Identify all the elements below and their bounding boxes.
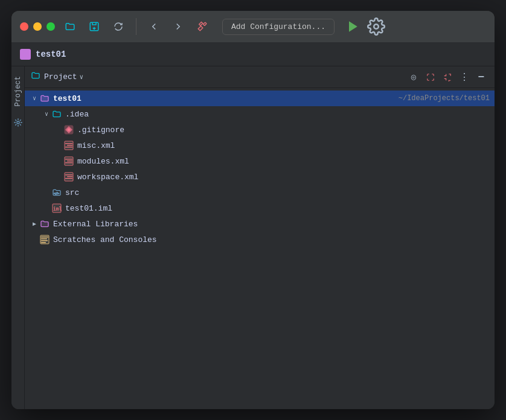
back-toolbar-btn[interactable] xyxy=(145,18,163,36)
svg-rect-27 xyxy=(41,240,48,241)
collapse-action-btn[interactable] xyxy=(440,70,455,84)
refresh-toolbar-btn[interactable] xyxy=(109,18,127,36)
svg-rect-25 xyxy=(41,237,48,238)
run-button[interactable] xyxy=(343,18,361,36)
icon-idea-folder xyxy=(51,109,62,119)
svg-rect-17 xyxy=(65,174,72,176)
svg-marker-1 xyxy=(349,21,357,32)
chevron-idea: ∨ xyxy=(42,109,51,119)
add-config-label: Add Configuration... xyxy=(231,22,325,31)
tree-item-gitignore[interactable]: ▶ .gitignore xyxy=(25,122,495,138)
test01-label: test01 xyxy=(53,94,394,103)
src-label: src xyxy=(65,188,490,197)
svg-rect-15 xyxy=(65,162,72,164)
misc-xml-label: misc.xml xyxy=(77,141,490,150)
external-libs-label: External Libraries xyxy=(53,220,490,229)
add-configuration-button[interactable]: Add Configuration... xyxy=(222,19,335,35)
svg-rect-4 xyxy=(41,97,48,101)
panel-title: Project xyxy=(44,72,77,81)
project-titlebar: test01 xyxy=(11,42,495,66)
icon-iml-file: iml xyxy=(51,203,62,214)
gitignore-label: .gitignore xyxy=(77,126,490,135)
panel-chevron[interactable]: ∨ xyxy=(80,73,84,81)
svg-rect-26 xyxy=(41,238,47,240)
tree-item-modules-xml[interactable]: ▶ modules.xml xyxy=(25,153,495,169)
titlebar: Add Configuration... xyxy=(11,11,495,42)
tree-item-test01-root[interactable]: ∨ test01 ~/IdeaProjects/test01 xyxy=(25,91,495,106)
file-tree: ∨ test01 ~/IdeaProjects/test01 ∨ xyxy=(25,88,495,409)
svg-rect-13 xyxy=(65,159,72,160)
svg-rect-18 xyxy=(67,176,72,177)
maven-tab-icon[interactable] xyxy=(11,116,25,129)
tree-item-src[interactable]: ▶ </> src xyxy=(25,185,495,200)
svg-rect-10 xyxy=(67,145,72,146)
svg-rect-9 xyxy=(65,143,72,144)
svg-point-3 xyxy=(17,121,19,124)
icon-scratches xyxy=(39,234,50,245)
more-action-btn[interactable]: ⋮ xyxy=(457,70,472,84)
forward-toolbar-btn[interactable] xyxy=(169,18,187,36)
modules-xml-label: modules.xml xyxy=(77,157,490,166)
icon-external-libs xyxy=(39,218,50,229)
hide-action-btn[interactable]: − xyxy=(474,70,488,84)
side-panel-tab[interactable]: Project xyxy=(11,66,25,409)
project-title: test01 xyxy=(36,49,66,59)
project-tab-label[interactable]: Project xyxy=(12,72,24,110)
expand-action-btn[interactable] xyxy=(423,70,438,84)
tree-item-iml[interactable]: ▶ iml test01.iml xyxy=(25,200,495,216)
scratches-label: Scratches and Consoles xyxy=(53,235,490,244)
idea-label: .idea xyxy=(65,110,490,119)
svg-rect-11 xyxy=(65,147,72,148)
svg-text:iml: iml xyxy=(53,206,62,212)
maximize-button[interactable] xyxy=(46,22,55,31)
icon-test01-folder xyxy=(39,93,50,104)
tree-item-scratches[interactable]: ▶ Scratches and Consoles xyxy=(25,232,495,247)
chevron-external: ▶ xyxy=(30,219,39,229)
icon-misc-xml xyxy=(63,140,74,151)
workspace-xml-label: workspace.xml xyxy=(77,173,490,182)
icon-gitignore xyxy=(63,124,74,135)
target-action-btn[interactable]: ◎ xyxy=(406,70,421,84)
tree-item-misc-xml[interactable]: ▶ misc.xml xyxy=(25,138,495,153)
svg-point-2 xyxy=(374,24,379,29)
iml-label: test01.iml xyxy=(65,204,490,213)
icon-src-folder: </> xyxy=(51,187,62,198)
icon-modules-xml xyxy=(63,156,74,167)
build-toolbar-btn[interactable] xyxy=(193,18,211,36)
minimize-button[interactable] xyxy=(33,22,42,31)
tree-item-external-libs[interactable]: ▶ External Libraries xyxy=(25,216,495,232)
icon-workspace-xml xyxy=(63,171,74,182)
save-toolbar-btn[interactable] xyxy=(85,18,103,36)
svg-rect-14 xyxy=(67,161,72,162)
panel-header: Project ∨ ◎ ⋮ − xyxy=(25,66,495,88)
test01-path-hint: ~/IdeaProjects/test01 xyxy=(399,94,490,103)
panel-folder-icon xyxy=(31,71,40,83)
close-button[interactable] xyxy=(20,22,28,31)
svg-rect-23 xyxy=(41,222,48,227)
project-panel: Project ∨ ◎ ⋮ − xyxy=(25,66,495,409)
main-window: Add Configuration... test01 Project xyxy=(11,11,495,409)
tree-item-idea[interactable]: ∨ .idea xyxy=(25,106,495,122)
chevron-test01: ∨ xyxy=(30,94,39,103)
main-area: Project Project ∨ ◎ xyxy=(11,66,495,409)
svg-text:</>: </> xyxy=(54,192,59,195)
traffic-lights xyxy=(20,22,55,31)
folder-toolbar-btn[interactable] xyxy=(61,18,79,36)
settings-button[interactable] xyxy=(367,18,385,36)
project-folder-icon xyxy=(20,49,31,60)
svg-rect-19 xyxy=(65,178,72,179)
tree-item-workspace-xml[interactable]: ▶ workspace.xml xyxy=(25,169,495,185)
panel-header-actions: ◎ ⋮ − xyxy=(406,70,488,84)
toolbar-divider-1 xyxy=(136,18,136,35)
svg-point-7 xyxy=(68,129,71,132)
svg-rect-28 xyxy=(41,242,46,243)
